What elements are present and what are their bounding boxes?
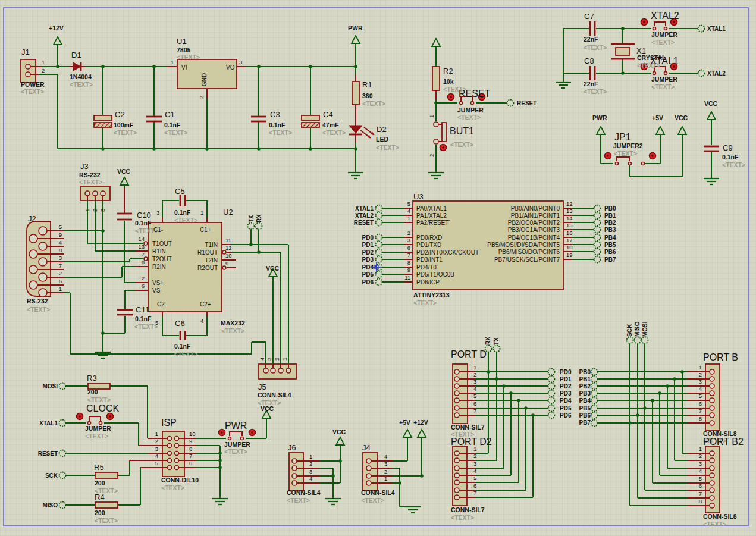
label-xtal2[interactable]: XTAL2 — [707, 70, 726, 77]
label-5[interactable]: 5 — [155, 319, 158, 326]
label-xtal2[interactable]: XTAL2 — [355, 212, 374, 219]
label-+5v[interactable]: +5V — [399, 419, 410, 426]
label-conn-dil10[interactable]: CONN-DIL10 — [161, 477, 199, 484]
label-5[interactable]: 5 — [155, 460, 158, 466]
connector-pin[interactable] — [454, 369, 459, 374]
label-47mf[interactable]: 47mF — [322, 121, 339, 128]
connector-pin[interactable] — [168, 466, 172, 470]
connector-pin[interactable] — [454, 384, 459, 388]
label-15[interactable]: 15 — [566, 222, 573, 228]
label-pd3[interactable]: PD3 — [362, 256, 374, 263]
label-9[interactable]: 9 — [225, 260, 228, 267]
label-+12v[interactable]: +12V — [413, 419, 428, 426]
label-19[interactable]: 19 — [566, 252, 573, 258]
label-pa2reset[interactable]: PA2/RESET — [416, 220, 448, 226]
label-pd0[interactable]: PD0 — [362, 234, 374, 241]
label-5[interactable]: 5 — [473, 393, 476, 399]
connector-pin[interactable] — [454, 391, 459, 396]
label-vcc[interactable]: VCC — [332, 428, 346, 435]
label-7[interactable]: 7 — [699, 408, 702, 414]
label-1[interactable]: 1 — [84, 209, 90, 212]
label-10[interactable]: 10 — [225, 252, 232, 259]
label-d2[interactable]: D2 — [377, 125, 387, 134]
label-5[interactable]: 5 — [407, 200, 410, 207]
label-3[interactable]: 3 — [239, 59, 242, 65]
label-xtal1[interactable]: XTAL1 — [650, 56, 679, 66]
label-12[interactable]: 12 — [225, 245, 232, 251]
connector-pin[interactable] — [175, 437, 179, 441]
label-c11[interactable]: C11 — [136, 305, 149, 314]
label-3[interactable]: 3 — [309, 468, 312, 475]
connector-pin[interactable] — [710, 391, 714, 396]
connector-pin[interactable] — [629, 162, 632, 165]
label-pb5mosidisdapcint5[interactable]: PB5/MOSI/DI/SDA/PCINT5 — [487, 242, 560, 248]
label-pb7[interactable]: PB7 — [579, 419, 591, 426]
capacitor-plate[interactable] — [302, 115, 319, 120]
label-pb3[interactable]: PB3 — [579, 390, 591, 397]
label-6[interactable]: 6 — [407, 245, 410, 251]
label-pb5[interactable]: PB5 — [579, 405, 591, 412]
component-body[interactable] — [21, 59, 36, 82]
connector-pin[interactable] — [39, 289, 47, 297]
capacitor-plate-polarized[interactable] — [302, 123, 319, 127]
label-17[interactable]: 17 — [566, 237, 573, 243]
label-pb7[interactable]: PB7 — [604, 256, 616, 263]
connector-pin[interactable] — [454, 377, 459, 381]
connector-pin[interactable] — [99, 422, 102, 425]
label-jumper[interactable]: JUMPER — [85, 425, 111, 432]
label-j5[interactable]: J5 — [258, 383, 266, 391]
label-5[interactable]: 5 — [473, 475, 476, 481]
label-22nf[interactable]: 22nF — [584, 36, 598, 43]
connector-pin[interactable] — [168, 459, 172, 463]
connector-pin[interactable] — [278, 368, 283, 373]
label-xtal1[interactable]: XTAL1 — [355, 205, 374, 212]
connector-pin[interactable] — [85, 191, 90, 196]
label-9[interactable]: 9 — [59, 231, 62, 238]
label-14[interactable]: 14 — [138, 236, 145, 242]
label-2[interactable]: 2 — [59, 270, 62, 277]
label-1[interactable]: 1 — [407, 215, 410, 221]
schematic-canvas[interactable]: +12VJ1POWER<TEXT>12D11N4004<TEXT>C2100mF… — [0, 0, 756, 536]
connector-pin[interactable] — [175, 452, 179, 456]
label-3[interactable]: 3 — [407, 237, 410, 243]
label-pd5[interactable]: PD5 — [560, 405, 572, 412]
label-r2in[interactable]: R2IN — [152, 264, 166, 270]
label-j6[interactable]: J6 — [288, 443, 296, 452]
label-1[interactable]: 1 — [428, 115, 435, 118]
label-jumper[interactable]: JUMPER — [651, 76, 677, 83]
connector-pin[interactable] — [710, 398, 714, 403]
label-led[interactable]: LED — [376, 136, 388, 143]
label-200[interactable]: 200 — [95, 479, 105, 487]
label-mosi[interactable]: MOSI — [642, 321, 648, 337]
connector-pin[interactable] — [366, 466, 371, 471]
connector-pin[interactable] — [653, 27, 656, 30]
label-10[interactable]: 10 — [189, 431, 196, 437]
label-pa1xtal2[interactable]: PA1/XTAL2 — [416, 212, 447, 219]
connector-pin[interactable] — [454, 398, 459, 403]
connector-pin[interactable] — [434, 122, 438, 127]
label-14[interactable]: 14 — [566, 215, 573, 221]
connector-pin[interactable] — [271, 368, 275, 373]
connector-pin[interactable] — [710, 473, 714, 478]
connector-pin[interactable] — [39, 242, 47, 250]
connector-pin[interactable] — [710, 369, 714, 374]
label-pd1txd[interactable]: PD1/TXD — [416, 242, 441, 248]
label-5[interactable]: 5 — [59, 224, 62, 230]
label-c6[interactable]: C6 — [175, 319, 185, 328]
label-vcc[interactable]: VCC — [675, 114, 688, 121]
label-6[interactable]: 6 — [699, 400, 702, 407]
label-miso[interactable]: MISO — [634, 321, 641, 337]
label-pwr[interactable]: PWR — [348, 24, 363, 32]
connector-pin[interactable] — [710, 496, 714, 500]
connector-pin[interactable] — [454, 413, 459, 418]
connector-pin[interactable] — [93, 191, 98, 196]
label-2[interactable]: 2 — [309, 460, 312, 467]
label-100mf[interactable]: 100mF — [114, 121, 134, 128]
label-22nf[interactable]: 22nF — [584, 80, 598, 87]
label-7[interactable]: 7 — [699, 490, 702, 497]
label-2[interactable]: 2 — [142, 275, 145, 281]
label-pb2[interactable]: PB2 — [579, 383, 591, 390]
label-pb6[interactable]: PB6 — [579, 412, 591, 419]
label-jumper[interactable]: JUMPER — [457, 106, 484, 114]
label-pd6[interactable]: PD6 — [362, 279, 374, 286]
